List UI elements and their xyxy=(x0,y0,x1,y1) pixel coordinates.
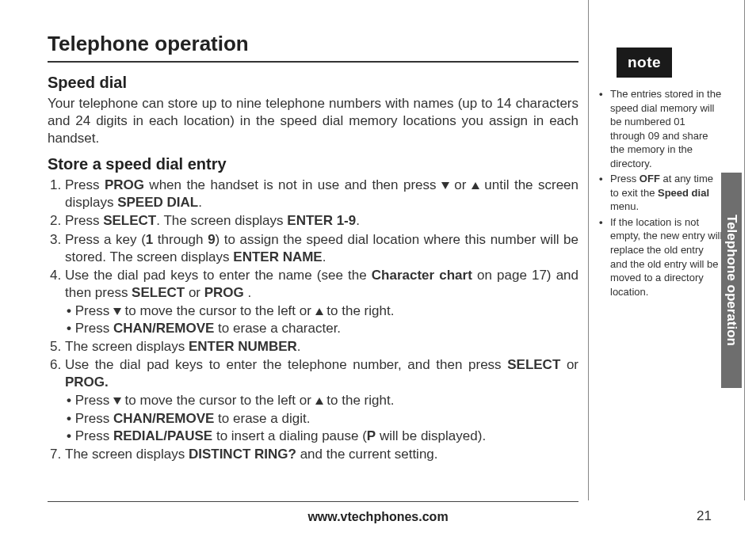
text: . xyxy=(356,213,360,228)
step-4-sublist: Press to move the cursor to the left or … xyxy=(67,302,578,337)
speed-dial-label: SPEED DIAL xyxy=(117,195,198,210)
text: to move the cursor to the left or xyxy=(121,393,315,408)
note-2: Press OFF at any time to exit the Speed … xyxy=(602,172,723,214)
arrow-down-icon xyxy=(441,182,449,189)
step-3: Press a key (1 through 9) to assign the … xyxy=(65,231,578,266)
step-1: Press PROG when the handset is not in us… xyxy=(65,177,578,211)
text: . The screen displays xyxy=(156,213,287,228)
prog-key: PROG. xyxy=(65,375,109,390)
p-label: P xyxy=(367,428,376,443)
prog-key: PROG xyxy=(105,177,144,192)
footer-url: www.vtechphones.com xyxy=(0,510,756,524)
step-6-sub-3: Press REDIAL/PAUSE to insert a dialing p… xyxy=(67,428,578,445)
text: or xyxy=(560,357,578,372)
text: Press a key ( xyxy=(65,232,146,247)
text: to erase a digit. xyxy=(214,411,310,426)
text: to insert a dialing pause ( xyxy=(212,428,367,443)
text: Press xyxy=(75,321,113,336)
text: menu. xyxy=(610,200,639,212)
text: to the right. xyxy=(323,303,395,318)
note-1: The entries stored in the speed dial mem… xyxy=(602,87,723,170)
page-number: 21 xyxy=(697,508,712,524)
speed-dial-menu: Speed dial xyxy=(658,187,709,199)
step-4-sub-2: Press CHAN/REMOVE to erase a character. xyxy=(67,320,578,337)
enter-name-label: ENTER NAME xyxy=(233,249,322,264)
select-key: SELECT xyxy=(132,285,185,300)
step-7: The screen displays DISTINCT RING? and t… xyxy=(65,446,578,463)
speed-dial-intro: Your telephone can store up to nine tele… xyxy=(48,95,578,147)
arrow-down-icon xyxy=(113,308,121,315)
text: to move the cursor to the left or xyxy=(121,303,315,318)
manual-page: Telephone operation Speed dial Your tele… xyxy=(0,0,756,540)
text: Use the dial pad keys to enter the name … xyxy=(65,268,372,283)
step-6: Use the dial pad keys to enter the telep… xyxy=(65,356,578,444)
speed-dial-heading: Speed dial xyxy=(48,74,578,92)
enter-number-label: ENTER NUMBER xyxy=(189,339,297,354)
section-tab: Telephone operation xyxy=(721,173,742,388)
text: through xyxy=(153,232,208,247)
step-5: The screen displays ENTER NUMBER. xyxy=(65,338,578,356)
section-tab-label: Telephone operation xyxy=(724,215,739,346)
text: Press xyxy=(65,213,103,228)
main-column: Telephone operation Speed dial Your tele… xyxy=(48,32,578,464)
off-key: OFF xyxy=(640,173,660,184)
text: Press xyxy=(65,177,105,192)
chan-remove-key: CHAN/REMOVE xyxy=(113,411,215,426)
text: Press xyxy=(75,303,113,318)
text: Press xyxy=(75,411,113,426)
character-chart-ref: Character chart xyxy=(372,268,472,283)
text: or xyxy=(185,285,204,300)
note-badge: note xyxy=(617,48,672,78)
right-edge-rule xyxy=(744,0,745,500)
step-2: Press SELECT. The screen displays ENTER … xyxy=(65,212,578,230)
step-4: Use the dial pad keys to enter the name … xyxy=(65,267,578,337)
step-6-sub-2: Press CHAN/REMOVE to erase a digit. xyxy=(67,410,578,428)
notes-list: The entries stored in the speed dial mem… xyxy=(596,87,723,299)
text: . xyxy=(297,339,301,354)
text: Press xyxy=(610,173,640,184)
key-9: 9 xyxy=(208,232,215,247)
text: to the right. xyxy=(323,393,395,408)
column-divider xyxy=(588,0,589,500)
note-sidebar: note The entries stored in the speed dia… xyxy=(596,48,723,300)
store-entry-heading: Store a speed dial entry xyxy=(48,155,578,173)
prog-key: PROG xyxy=(204,285,244,300)
select-key: SELECT xyxy=(507,357,560,372)
page-title: Telephone operation xyxy=(48,32,578,63)
distinct-ring-label: DISTINCT RING? xyxy=(189,447,296,462)
step-6-sublist: Press to move the cursor to the left or … xyxy=(67,392,578,444)
steps-list: Press PROG when the handset is not in us… xyxy=(65,177,578,463)
text: and the current setting. xyxy=(296,447,438,462)
text: will be displayed). xyxy=(376,428,486,443)
step-4-sub-1: Press to move the cursor to the left or … xyxy=(67,302,578,320)
text: Press xyxy=(75,393,113,408)
arrow-up-icon xyxy=(315,308,323,315)
redial-pause-key: REDIAL/PAUSE xyxy=(113,428,212,443)
text: The screen displays xyxy=(65,447,189,462)
note-3: If the location is not empty, the new en… xyxy=(602,215,723,299)
text: Press xyxy=(75,428,113,443)
chan-remove-key: CHAN/REMOVE xyxy=(113,321,215,336)
footer-rule xyxy=(48,501,578,502)
text: . xyxy=(323,249,326,264)
text: Use the dial pad keys to enter the telep… xyxy=(65,357,507,372)
text: . xyxy=(198,195,202,210)
step-6-sub-1: Press to move the cursor to the left or … xyxy=(67,392,578,409)
arrow-up-icon xyxy=(472,182,479,189)
text: when the handset is not in use and then … xyxy=(144,177,441,192)
arrow-down-icon xyxy=(113,397,121,405)
text: to erase a character. xyxy=(214,321,341,336)
select-key: SELECT xyxy=(103,213,156,228)
enter-1-9-label: ENTER 1-9 xyxy=(287,213,356,228)
text: . xyxy=(244,285,251,300)
arrow-up-icon xyxy=(315,397,323,405)
text: The screen displays xyxy=(65,339,189,354)
key-1: 1 xyxy=(146,232,153,247)
text: or xyxy=(449,177,472,192)
